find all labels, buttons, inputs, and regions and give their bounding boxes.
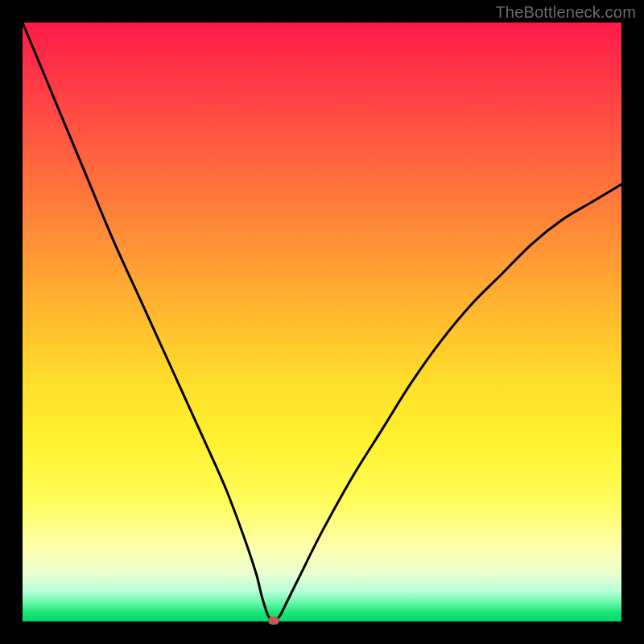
watermark-text: TheBottleneck.com [495, 3, 636, 22]
plot-area [23, 23, 621, 621]
minimum-marker [268, 617, 279, 625]
bottleneck-curve [23, 23, 621, 621]
chart-frame: TheBottleneck.com [0, 0, 644, 644]
curve-svg [23, 23, 621, 621]
